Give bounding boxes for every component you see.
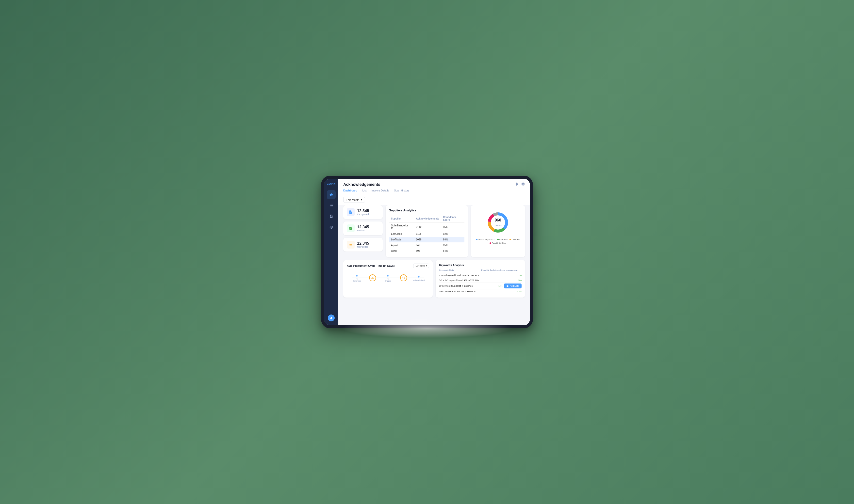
cycle-chevron-icon: ▾: [426, 265, 427, 267]
verified-label: Verified: [357, 229, 369, 232]
keywords-title: Keywords Analysis: [439, 264, 464, 267]
stat-info-recognized: 12,345 Recognized: [357, 209, 369, 216]
acknowledged-label: Acknowledged: [414, 279, 425, 281]
timeline-step-po-shipped: POShipped: [380, 275, 396, 282]
acknowledgements-value: 505: [414, 248, 441, 254]
stats-column: 12,345 Recognized 12,345 Veri: [343, 205, 383, 257]
cycle-header: Avg. Procument Cycle Time (In Days) LuxT…: [347, 264, 429, 268]
add-note-button[interactable]: Add Note: [504, 284, 522, 288]
acknowledgements-value: 842: [414, 242, 441, 248]
arrow-up-icon: ↑: [517, 274, 518, 276]
supplier-name: LuxTrade: [389, 237, 414, 242]
recognized-label: Recognized: [357, 213, 369, 216]
legend-item: Other: [499, 242, 506, 244]
header-actions: [515, 182, 525, 187]
notifications-icon[interactable]: [515, 182, 519, 187]
legend-dot: [476, 239, 477, 240]
sidebar-item-home[interactable]: [327, 190, 336, 199]
tab-list[interactable]: List: [362, 189, 366, 194]
legend-dot: [490, 242, 491, 244]
recognized-value: 12,345: [357, 209, 369, 213]
main-content: Acknowledgements Dashboard List Invoic: [338, 179, 530, 325]
kw-score: ↑ 7%: [517, 274, 522, 276]
arrow-up-icon: ↑: [517, 279, 518, 282]
col-supplier: Supplier: [389, 215, 414, 223]
supplier-name: Other: [389, 248, 414, 254]
keyword-row: 3F keyword found 884 in 642 POs. ↑ 4% Ad…: [439, 283, 522, 289]
cycle-time-card: Avg. Procument Cycle Time (In Days) LuxT…: [343, 260, 433, 298]
page-title: Acknowledgements: [343, 182, 380, 187]
sidebar-nav: [327, 190, 336, 314]
verified-icon: [347, 224, 354, 232]
cycle-title: Avg. Procument Cycle Time (In Days): [347, 264, 395, 267]
tab-dashboard[interactable]: Dashboard: [343, 189, 357, 194]
header: Acknowledgements: [338, 179, 530, 187]
legend-item: EcoGlobe: [497, 238, 508, 240]
sidebar: COPIX: [324, 179, 338, 325]
tab-scan-history[interactable]: Scan History: [394, 189, 409, 194]
chevron-down-icon: ▾: [361, 198, 362, 201]
suppliers-title: Suppliers Analytics: [389, 209, 465, 212]
legend-item: AquaX: [490, 242, 498, 244]
donut-center: 960 LuxTrade: [494, 218, 502, 227]
table-row: EcoGlobe 1105 92%: [389, 231, 465, 237]
legend-dot: [497, 239, 499, 240]
legend-label: AquaX: [492, 242, 498, 244]
confidence-score: 92%: [441, 231, 465, 237]
acknowledged-dot: [418, 276, 420, 278]
legend-dot: [509, 239, 511, 240]
cycle-dropdown[interactable]: LuxTrade ▾: [413, 264, 429, 268]
po-generated-label: POGenerated: [353, 278, 361, 282]
arrow-up-icon: ↑: [498, 285, 499, 287]
kw-score-right: ↑ 4% Add Note: [498, 284, 522, 288]
stat-info-new-added: 12,345 New added: [357, 241, 369, 248]
legend-item: SolarEnergetics Co.: [476, 238, 496, 240]
col-header-stats: Keywords Stats: [439, 269, 480, 271]
confidence-score: 95%: [441, 223, 465, 231]
legend-label: SolarEnergetics Co.: [478, 238, 496, 240]
stat-info-verified: 12,345 Verified: [357, 225, 369, 232]
sidebar-item-list[interactable]: [327, 201, 336, 210]
keywords-header: Keywords Analysis: [439, 264, 522, 267]
acknowledgements-value: 2110: [414, 223, 441, 231]
month-filter-dropdown[interactable]: This Month ▾: [343, 197, 365, 203]
keywords-card: Keywords Analysis Keywords Stats Potenti…: [436, 260, 525, 298]
new-added-label: New added: [357, 246, 369, 248]
col-header-potential: Potential Confidence Score Improvement: [482, 269, 518, 271]
suppliers-table: Supplier Acknowledgements Confidence Sco…: [389, 215, 465, 254]
kw-score: ↑ 4%: [498, 285, 503, 287]
supplier-name: EcoGlobe: [389, 231, 414, 237]
badge-12d: 12 d: [369, 274, 376, 281]
arrow-up-icon: ↑: [517, 290, 518, 293]
app-logo: COPIX: [327, 183, 336, 185]
acknowledgements-value: 1099: [414, 237, 441, 242]
table-row: AquaX 842 85%: [389, 242, 465, 248]
po-shipped-label: POShipped: [385, 278, 391, 282]
legend-label: Other: [501, 242, 506, 244]
timeline-step-acknowledged: Acknowledged: [411, 276, 427, 281]
donut-value: 960: [494, 218, 502, 222]
badge-4d: 4 d: [400, 274, 407, 281]
cycle-timeline: POGenerated 12 d POShipp: [347, 272, 429, 284]
donut-chart: 960 LuxTrade: [486, 210, 510, 235]
keyword-row: 1/301 keyword found 280 in 160 POs. ↑ 2%: [439, 289, 522, 294]
sidebar-item-docs[interactable]: [327, 212, 336, 221]
user-avatar[interactable]: [328, 314, 335, 321]
stat-card-recognized: 12,345 Recognized: [343, 205, 383, 219]
legend-label: EcoGlobe: [500, 238, 508, 240]
new-added-icon: [347, 241, 354, 249]
sidebar-item-history[interactable]: [327, 223, 336, 232]
col-acknowledgements: Acknowledgements: [414, 215, 441, 223]
stat-card-new-added: 12,345 New added: [343, 238, 383, 252]
donut-legend: SolarEnergetics Co.EcoGlobeLuxTradeAquaX…: [474, 238, 522, 244]
supplier-name: SolarEnergetics Co.: [389, 223, 414, 231]
keyword-text: CSRW keyword found 1288 in 1222 POs.: [439, 274, 515, 277]
settings-icon[interactable]: [521, 182, 525, 187]
po-generated-dot: [356, 275, 358, 277]
timeline-step-po-generated: POGenerated: [349, 275, 365, 282]
tab-invoice-details[interactable]: Invoice Details: [371, 189, 389, 194]
recognized-icon: [347, 208, 354, 216]
kw-score: ↑ 2%: [517, 290, 522, 293]
table-row: Other 505 84%: [389, 248, 465, 254]
confidence-score: 85%: [441, 242, 465, 248]
